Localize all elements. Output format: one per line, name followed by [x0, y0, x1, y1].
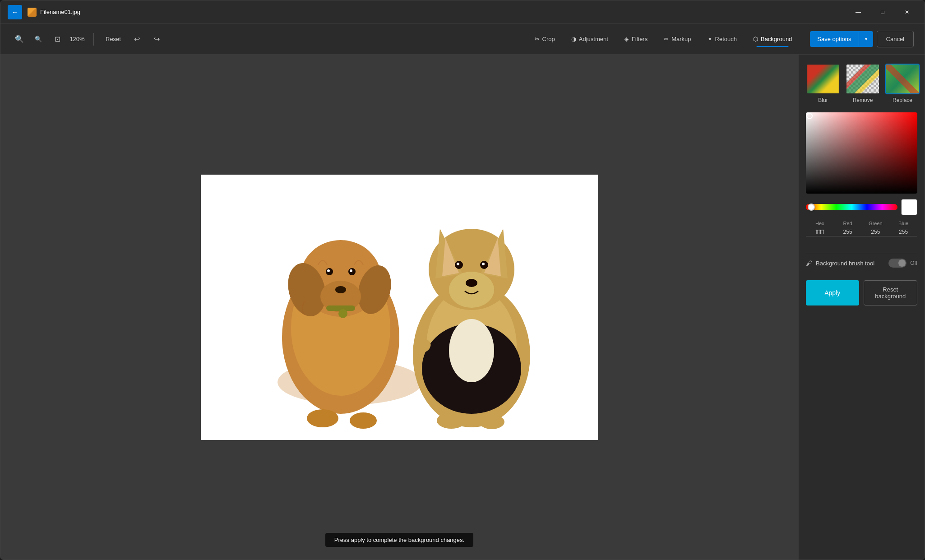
- redo-icon: ↪: [154, 35, 160, 43]
- brush-icon: 🖌: [806, 259, 812, 267]
- zoom-out-icon: 🔍: [35, 36, 42, 42]
- svg-point-32: [482, 263, 485, 265]
- svg-rect-0: [201, 175, 598, 440]
- svg-point-13: [307, 409, 338, 427]
- save-options-arrow[interactable]: ▾: [859, 32, 873, 46]
- green-group: Green: [862, 221, 890, 236]
- replace-label: Replace: [893, 97, 912, 103]
- green-label: Green: [862, 221, 890, 226]
- zoom-controls: 🔍 🔍 ⊡ 120%: [11, 31, 86, 47]
- window-controls: — □ ✕: [848, 5, 917, 19]
- color-picker-knob[interactable]: [806, 113, 813, 119]
- blur-preview: [807, 65, 839, 93]
- tool-buttons: ✂ Crop ◑ Adjustment ◈ Filters ✏ Markup ✦…: [527, 32, 800, 46]
- svg-point-31: [457, 263, 459, 265]
- hex-input[interactable]: [806, 228, 834, 236]
- background-label: Background: [761, 36, 792, 42]
- blue-label: Blue: [889, 221, 917, 226]
- brush-toggle[interactable]: [888, 259, 906, 268]
- svg-point-28: [449, 272, 494, 308]
- back-button[interactable]: ←: [8, 5, 22, 19]
- blur-option[interactable]: Blur: [806, 64, 840, 103]
- retouch-icon: ✦: [708, 36, 712, 42]
- image-canvas: [201, 175, 598, 440]
- restore-button[interactable]: □: [872, 5, 893, 19]
- replace-option[interactable]: Replace: [885, 64, 920, 103]
- svg-point-20: [449, 319, 494, 382]
- color-picker: Hex Red Green Blue: [806, 112, 917, 240]
- save-options-main[interactable]: Save options: [810, 31, 858, 47]
- green-input[interactable]: [862, 228, 890, 236]
- remove-label: Remove: [853, 97, 873, 103]
- redo-button[interactable]: ↪: [149, 31, 165, 47]
- red-input[interactable]: [834, 228, 862, 236]
- undo-icon: ↩: [134, 35, 140, 43]
- background-icon: ⬡: [753, 36, 758, 42]
- svg-point-33: [466, 279, 477, 287]
- filters-label: Filters: [632, 36, 648, 42]
- replace-preview: [886, 65, 919, 93]
- toolbar: 🔍 🔍 ⊡ 120% Reset ↩ ↪ ✂ Crop ◑ Ad: [0, 24, 925, 55]
- sidebar: Blur Remove Replace: [798, 55, 925, 560]
- zoom-in-button[interactable]: 🔍: [11, 31, 28, 47]
- window-title: Filename01.jpg: [40, 9, 848, 15]
- remove-preview: [846, 65, 879, 93]
- markup-tool-button[interactable]: ✏ Markup: [657, 32, 698, 46]
- adjustment-label: Adjustment: [579, 36, 608, 42]
- hue-slider-row: [806, 199, 917, 215]
- brush-tool-label: Background brush tool: [816, 260, 885, 267]
- app-icon: [28, 8, 37, 17]
- brush-tool-row: 🖌 Background brush tool Off: [806, 259, 917, 268]
- zoom-fit-button[interactable]: ⊡: [49, 31, 65, 47]
- blue-group: Blue: [889, 221, 917, 236]
- zoom-out-button[interactable]: 🔍: [30, 31, 46, 47]
- back-icon: ←: [12, 9, 18, 16]
- crop-tool-button[interactable]: ✂ Crop: [527, 32, 562, 46]
- sidebar-divider: [806, 253, 917, 253]
- svg-point-12: [335, 286, 346, 293]
- action-buttons: Apply Reset background: [806, 280, 917, 305]
- blur-label: Blur: [818, 97, 828, 103]
- toolbar-actions: Save options ▾ Cancel: [810, 31, 914, 47]
- svg-point-16: [338, 309, 347, 318]
- reset-button[interactable]: Reset: [101, 33, 125, 45]
- canvas-area[interactable]: Press apply to complete the background c…: [0, 55, 798, 560]
- retouch-tool-button[interactable]: ✦ Retouch: [700, 32, 744, 46]
- blue-input[interactable]: [889, 228, 917, 236]
- filters-tool-button[interactable]: ◈ Filters: [617, 32, 655, 46]
- adjustment-icon: ◑: [571, 36, 576, 42]
- color-preview: [901, 199, 917, 215]
- markup-icon: ✏: [664, 36, 669, 42]
- canvas-hint: Press apply to complete the background c…: [325, 533, 473, 547]
- zoom-fit-icon: ⊡: [55, 35, 60, 43]
- adjustment-tool-button[interactable]: ◑ Adjustment: [564, 32, 615, 46]
- background-options: Blur Remove Replace: [806, 64, 917, 103]
- retouch-label: Retouch: [715, 36, 737, 42]
- replace-thumbnail: [885, 64, 920, 94]
- blur-thumbnail: [806, 64, 840, 94]
- toggle-off-label: Off: [910, 260, 917, 266]
- svg-point-10: [327, 269, 330, 272]
- filters-icon: ◈: [624, 36, 629, 42]
- brush-toggle-row: Off: [888, 259, 917, 268]
- minimize-button[interactable]: —: [848, 5, 869, 19]
- undo-button[interactable]: ↩: [129, 31, 145, 47]
- hex-group: Hex: [806, 221, 834, 236]
- titlebar: ← Filename01.jpg — □ ✕: [0, 0, 925, 24]
- hue-slider[interactable]: [806, 204, 897, 210]
- red-label: Red: [834, 221, 862, 226]
- save-options-button[interactable]: Save options ▾: [810, 31, 873, 47]
- apply-button[interactable]: Apply: [806, 280, 859, 305]
- markup-label: Markup: [671, 36, 691, 42]
- cancel-button[interactable]: Cancel: [877, 31, 914, 47]
- color-values: Hex Red Green Blue: [806, 221, 917, 236]
- crop-icon: ✂: [535, 36, 540, 42]
- remove-thumbnail: [846, 64, 880, 94]
- remove-option[interactable]: Remove: [846, 64, 880, 103]
- close-button[interactable]: ✕: [897, 5, 917, 19]
- hue-slider-knob: [808, 204, 815, 211]
- zoom-value: 120%: [68, 36, 86, 42]
- color-gradient-canvas[interactable]: [806, 112, 917, 194]
- reset-background-button[interactable]: Reset background: [864, 280, 918, 305]
- background-tool-button[interactable]: ⬡ Background: [746, 32, 799, 46]
